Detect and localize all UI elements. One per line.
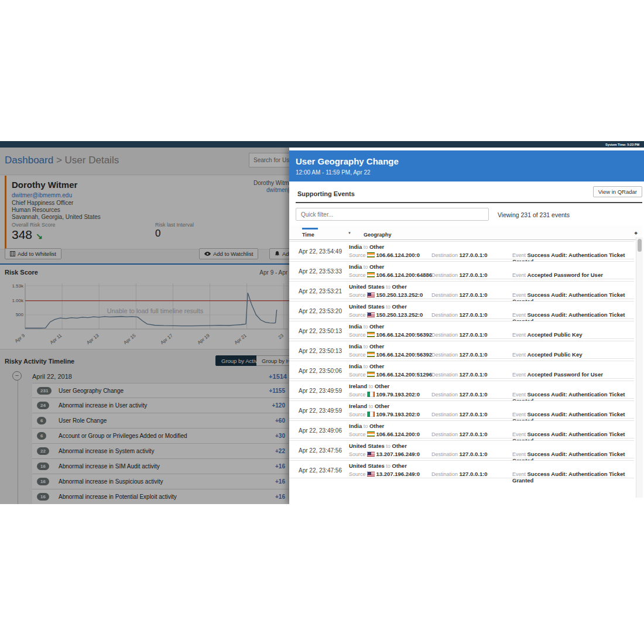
activity-score: +30 (275, 433, 285, 439)
activity-label: Account or Group or Privileges Added or … (59, 433, 187, 439)
add-to-watchlist-button[interactable]: Add to Watchlist (199, 248, 258, 259)
user-department: Human Resources (12, 207, 60, 213)
event-geography: India to Other (349, 343, 384, 350)
event-time: Apr 22, 23:53:21 (299, 288, 342, 294)
event-row[interactable]: Apr 22, 23:53:21 United States to Other … (289, 281, 634, 299)
source-country-flag-icon (367, 471, 375, 477)
timeline-vertical-line (18, 376, 18, 504)
risk-score-date-range[interactable]: Apr 9 - Apr 22 (234, 269, 296, 276)
event-source: Source106.66.124.200:56392 (349, 331, 432, 338)
quick-filter-input[interactable] (296, 208, 489, 221)
event-source: Source106.66.124.200:56392 (349, 351, 432, 358)
risk-accent-bar (5, 176, 6, 249)
event-time: Apr 22, 23:53:33 (299, 268, 342, 275)
risky-activity-list: 231 User Geography Change +1155 24 Abnor… (32, 383, 289, 504)
sort-icon[interactable]: ◆ (635, 231, 638, 235)
activity-score: +22 (275, 448, 285, 454)
event-row[interactable]: Apr 22, 23:49:59 Ireland to Other Source… (289, 381, 634, 399)
event-source: Source109.79.193.202:0 (349, 391, 420, 398)
timeline-activity-row[interactable]: 6 User Role Change +60 (32, 413, 289, 429)
svg-text:Apr 13: Apr 13 (85, 333, 100, 345)
timeline-activity-row[interactable]: 16 Abnormal increase in SIM Audit activi… (32, 459, 289, 474)
activity-label: Abnormal increase in Potential Exploit a… (59, 494, 177, 500)
user-email-link[interactable]: dwitmer@ibmemm.edu (12, 192, 72, 198)
top-nav: System Time: 5:23 PM (0, 141, 644, 148)
timeline-activity-row[interactable]: 16 Abnormal increase in Suspicious activ… (32, 474, 289, 489)
risk-score-chart: 1.53k1.00k500Apr 9Apr 11Apr 13Apr 15Apr … (0, 281, 289, 345)
event-geography: United States to Other (349, 303, 407, 310)
breadcrumb-dashboard-link[interactable]: Dashboard (5, 155, 53, 166)
event-count-badge: 6 (37, 417, 46, 424)
risk-interval-value: 0 (155, 228, 160, 239)
events-table-header: Time ▼ Geography ◆ (289, 226, 642, 240)
event-row[interactable]: Apr 22, 23:49:59 Ireland to Other Source… (289, 400, 634, 419)
supporting-events-title: Supporting Events (297, 190, 355, 197)
user-name: Dorothy Witmer (12, 180, 77, 190)
timeline-activity-row[interactable]: 16 Abnormal increase in Potential Exploi… (32, 489, 289, 504)
column-header-time[interactable]: Time (302, 232, 314, 238)
collapse-day-button[interactable]: − (12, 371, 22, 381)
event-destination: Destination 127.0.0.1:0 (431, 471, 488, 477)
events-scrollbar-thumb[interactable] (638, 239, 642, 252)
chevron-down-icon[interactable]: ▼ (348, 231, 351, 235)
event-time: Apr 22, 23:53:20 (299, 308, 342, 314)
event-count-badge: 16 (37, 493, 49, 501)
event-destination: Destination 127.0.0.1:0 (431, 311, 488, 318)
event-row[interactable]: Apr 22, 23:54:49 India to Other Source10… (289, 241, 634, 259)
event-destination: Destination 127.0.0.1:0 (431, 331, 488, 338)
activity-score: +1155 (269, 388, 285, 394)
event-row[interactable]: Apr 22, 23:53:33 India to Other Source10… (289, 261, 634, 279)
activity-score: +16 (275, 463, 285, 470)
view-in-qradar-button[interactable]: View in QRadar (593, 186, 642, 197)
source-country-flag-icon (367, 292, 375, 297)
sort-active-indicator (302, 228, 318, 229)
event-geography: India to Other (349, 263, 384, 270)
event-row[interactable]: Apr 22, 23:49:06 India to Other Source10… (289, 420, 634, 439)
user-geography-change-panel: User Geography Change 12:00 AM - 11:59 P… (289, 148, 644, 504)
event-destination: Destination 127.0.0.1:0 (431, 292, 488, 298)
event-destination: Destination 127.0.0.1:0 (431, 451, 488, 457)
event-time: Apr 22, 23:47:56 (299, 447, 342, 454)
svg-text:Unable to load full timeline r: Unable to load full timeline results (107, 307, 204, 314)
event-name: Event Accepted Public Key (512, 331, 583, 338)
event-row[interactable]: Apr 22, 23:47:56 United States to Other … (289, 460, 634, 478)
source-country-flag-icon (367, 352, 375, 357)
event-row[interactable]: Apr 22, 23:50:13 India to Other Source10… (289, 321, 634, 339)
event-destination: Destination 127.0.0.1:0 (431, 272, 488, 278)
svg-text:500: 500 (16, 312, 24, 317)
source-country-flag-icon (367, 272, 375, 278)
event-destination: Destination 127.0.0.1:0 (431, 371, 488, 378)
timeline-activity-row[interactable]: 24 Abnormal increase in User activity +1… (32, 398, 289, 413)
activity-score: +16 (275, 478, 285, 485)
event-time: Apr 22, 23:49:06 (299, 427, 342, 434)
event-row[interactable]: Apr 22, 23:50:06 India to Other Source10… (289, 361, 634, 379)
event-geography: India to Other (349, 244, 384, 250)
event-source: Source106.66.124.200:0 (349, 252, 420, 258)
activity-score: +120 (272, 402, 285, 409)
user-job-title: Chief Happiness Officer (12, 200, 73, 206)
event-time: Apr 22, 23:49:59 (299, 388, 342, 394)
overall-risk-label: Overall Risk Score (12, 222, 56, 228)
events-table-body: Apr 22, 23:54:49 India to Other Source10… (289, 241, 634, 480)
source-country-flag-icon (367, 312, 375, 317)
column-header-geography[interactable]: Geography (364, 232, 392, 238)
activity-score: +16 (275, 494, 285, 500)
overall-risk-value: 348 ↘ (12, 228, 43, 242)
event-row[interactable]: Apr 22, 23:47:56 United States to Other … (289, 440, 634, 458)
svg-text:Apr 19: Apr 19 (197, 333, 211, 345)
event-count-badge: 16 (37, 463, 49, 470)
event-count-badge: 16 (37, 478, 49, 485)
events-scrollbar-track[interactable] (636, 237, 643, 498)
event-time: Apr 22, 23:50:13 (299, 328, 342, 334)
event-source: Source106.66.124.200:0 (349, 431, 420, 437)
event-row[interactable]: Apr 22, 23:53:20 United States to Other … (289, 301, 634, 319)
event-row[interactable]: Apr 22, 23:50:13 India to Other Source10… (289, 341, 634, 359)
event-source: Source13.207.196.249:0 (349, 451, 420, 457)
timeline-activity-row[interactable]: 6 Account or Group or Privileges Added o… (32, 429, 289, 444)
activity-label: User Role Change (59, 417, 107, 424)
add-to-whitelist-button[interactable]: Add to Whitelist (5, 248, 61, 259)
risk-interval-label: Risk last Interval (155, 222, 194, 228)
timeline-activity-row[interactable]: 231 User Geography Change +1155 (32, 383, 289, 398)
timeline-activity-row[interactable]: 22 Abnormal increase in System activity … (32, 444, 289, 459)
event-geography: India to Other (349, 363, 384, 369)
